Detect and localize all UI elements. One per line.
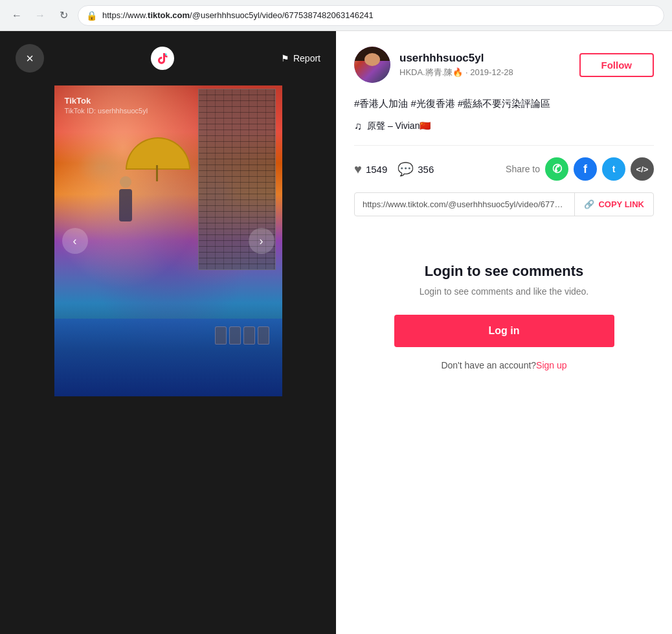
forward-button[interactable]: →: [31, 6, 49, 25]
avatar: [354, 47, 390, 83]
lock-icon: 🔒: [86, 10, 97, 21]
comments-count: 356: [418, 164, 434, 175]
link-icon: 🔗: [584, 199, 594, 209]
close-button[interactable]: ×: [16, 44, 44, 73]
share-facebook-button[interactable]: f: [574, 157, 597, 181]
caption: #香港人加油 #光復香港 #藍絲不要污染評論區: [354, 96, 654, 111]
url-display: https://www.tiktok.com/@userhhhsuoc5yl/v…: [102, 10, 374, 20]
prev-video-button[interactable]: ‹: [62, 228, 88, 254]
browser-toolbar: ← → ↻ 🔒 https://www.tiktok.com/@userhhhs…: [0, 0, 672, 31]
video-panel: × ⚑ Report: [0, 31, 336, 634]
share-twitter-button[interactable]: t: [602, 157, 625, 181]
follow-button[interactable]: Follow: [579, 53, 655, 77]
link-text: https://www.tiktok.com/@userhhhsuoc5yl/v…: [355, 193, 574, 216]
next-video-button[interactable]: ›: [249, 228, 274, 254]
share-icons: ✆ f t </>: [545, 157, 654, 181]
signup-link[interactable]: Sign up: [536, 360, 566, 370]
tiktok-watermark: TikTok TikTok ID: userhhhsuoc5yl: [65, 96, 148, 115]
login-title: Login to see comments: [425, 263, 584, 280]
report-button[interactable]: ⚑ Report: [281, 53, 320, 63]
reload-button[interactable]: ↻: [54, 6, 73, 25]
share-label: Share to: [506, 164, 540, 174]
signup-text: Don't have an account?Sign up: [441, 360, 566, 370]
copy-link-button[interactable]: 🔗 COPY LINK: [574, 193, 653, 216]
actions-row: ♥ 1549 💬 356 Share to ✆ f: [354, 157, 654, 181]
divider: [354, 145, 654, 146]
address-bar[interactable]: 🔒 https://www.tiktok.com/@userhhhsuoc5yl…: [78, 5, 664, 26]
likes-action[interactable]: ♥ 1549: [354, 162, 387, 177]
page-content: × ⚑ Report: [0, 31, 672, 634]
copy-link-row: https://www.tiktok.com/@userhhhsuoc5yl/v…: [354, 192, 654, 216]
twitter-icon: t: [612, 164, 616, 174]
username: userhhhsuoc5yl: [399, 52, 513, 65]
facebook-icon: f: [583, 163, 587, 176]
comment-icon: 💬: [398, 161, 414, 177]
login-button[interactable]: Log in: [394, 315, 614, 347]
embed-icon: </>: [636, 164, 649, 174]
user-details: userhhhsuoc5yl HKDA.將青.陳🔥 · 2019-12-28: [399, 52, 513, 78]
user-info: userhhhsuoc5yl HKDA.將青.陳🔥 · 2019-12-28: [354, 47, 513, 83]
comments-action[interactable]: 💬 356: [398, 161, 434, 177]
music-text: 原聲 – Vivian🇨🇳: [367, 120, 431, 132]
user-header: userhhhsuoc5yl HKDA.將青.陳🔥 · 2019-12-28 F…: [354, 47, 654, 83]
svg-point-0: [151, 47, 174, 70]
umbrella-art: [126, 137, 190, 176]
shield-row: [215, 326, 269, 345]
whatsapp-icon: ✆: [552, 162, 562, 176]
flag-icon: ⚑: [281, 53, 289, 63]
action-group: ♥ 1549 💬 356: [354, 161, 434, 177]
figure-art: [106, 176, 145, 254]
video-container: TikTok TikTok ID: userhhhsuoc5yl ‹ ›: [54, 85, 282, 396]
user-meta: HKDA.將青.陳🔥 · 2019-12-28: [399, 67, 513, 78]
login-section: Login to see comments Login to see comme…: [354, 237, 654, 396]
share-whatsapp-button[interactable]: ✆: [545, 157, 568, 181]
video-top-bar: × ⚑ Report: [0, 31, 336, 85]
tiktok-icon: [151, 47, 174, 70]
back-button[interactable]: ←: [8, 6, 26, 25]
right-panel: userhhhsuoc5yl HKDA.將青.陳🔥 · 2019-12-28 F…: [336, 31, 672, 634]
tiktok-logo: [151, 47, 174, 70]
heart-icon: ♥: [354, 162, 362, 177]
music-note-icon: ♫: [354, 120, 362, 132]
music-info: ♫ 原聲 – Vivian🇨🇳: [354, 120, 654, 132]
likes-count: 1549: [366, 164, 387, 175]
login-subtitle: Login to see comments and like the video…: [420, 286, 589, 297]
share-group: Share to ✆ f t </>: [506, 157, 654, 181]
share-embed-button[interactable]: </>: [631, 157, 654, 181]
